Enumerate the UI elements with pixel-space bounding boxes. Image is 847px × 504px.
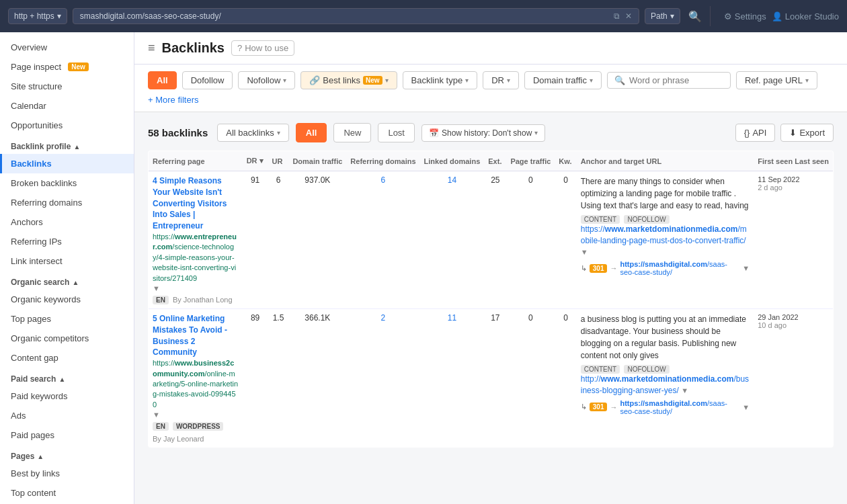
sidebar-item-anchors[interactable]: Anchors xyxy=(0,212,134,232)
export-icon: ⬇ xyxy=(789,128,797,138)
domain-traffic-cell-1: 937.0K xyxy=(288,171,346,309)
close-icon[interactable]: ✕ xyxy=(625,11,632,21)
backlink-profile-caret: ▲ xyxy=(73,143,80,151)
api-icon: {} xyxy=(744,128,750,138)
filter-nofollow-button[interactable]: Nofollow ▾ xyxy=(238,71,295,89)
filter-best-links-button[interactable]: 🔗 Best links New ▾ xyxy=(300,71,397,89)
search-input[interactable] xyxy=(629,75,723,85)
filter-backlink-type-button[interactable]: Backlink type ▾ xyxy=(403,71,478,89)
ref-page-url-button[interactable]: Ref. page URL ▾ xyxy=(736,71,817,89)
page-traffic-cell-1: 0 xyxy=(506,171,555,309)
filter-all-button[interactable]: All xyxy=(148,71,177,89)
sidebar-item-top-content[interactable]: Top content xyxy=(0,483,134,503)
sidebar-section-pages[interactable]: Pages ▲ xyxy=(0,445,134,464)
sidebar-item-ads[interactable]: Ads xyxy=(0,406,134,425)
looker-studio-link[interactable]: 👤 Looker Studio xyxy=(772,11,839,22)
sidebar-item-organic-competitors[interactable]: Organic competitors xyxy=(0,329,134,348)
sidebar-section-organic-search[interactable]: Organic search ▲ xyxy=(0,271,134,290)
linked-domains-value-1[interactable]: 14 xyxy=(448,175,456,185)
domain-traffic-arrow: ▾ xyxy=(590,77,593,84)
ur-value-1: 6 xyxy=(276,175,281,185)
sidebar-item-best-by-links[interactable]: Best by links xyxy=(0,464,134,483)
hamburger-icon[interactable]: ≡ xyxy=(148,41,155,55)
divider xyxy=(710,6,711,26)
th-dates: First seen Last seen xyxy=(754,151,833,171)
all-backlinks-button[interactable]: All backlinks ▾ xyxy=(217,124,289,142)
external-link-icon[interactable]: ⧉ xyxy=(614,11,620,21)
anchor-cell-1: There are many things to consider when o… xyxy=(577,171,754,309)
table-header-row: Referring page DR ▾ UR Domain traffic Re xyxy=(149,151,834,171)
sidebar-item-backlinks[interactable]: Backlinks xyxy=(0,154,134,173)
domain-traffic-cell-2: 366.1K xyxy=(288,308,346,447)
protocol-selector[interactable]: http + https ▾ xyxy=(8,8,67,24)
path-selector[interactable]: Path ▾ xyxy=(645,8,680,24)
calendar-label: Calendar xyxy=(11,101,46,111)
anchor-expand-2[interactable]: ▼ xyxy=(681,386,688,394)
sidebar-item-overview[interactable]: Overview xyxy=(0,38,134,57)
show-history-button[interactable]: 📅 Show history: Don't show ▾ xyxy=(421,124,545,142)
referring-title-1[interactable]: 4 Simple Reasons Your Website Isn't Conv… xyxy=(153,176,227,230)
sidebar-section-backlink-profile[interactable]: Backlink profile ▲ xyxy=(0,135,134,154)
referring-title-2[interactable]: 5 Online Marketing Mistakes To Avoid - B… xyxy=(153,314,227,357)
redirect-expand-1[interactable]: ▼ xyxy=(742,264,750,272)
sidebar-item-paid-keywords[interactable]: Paid keywords xyxy=(0,386,134,406)
tab-lost-button[interactable]: Lost xyxy=(378,123,415,142)
sidebar-item-organic-keywords[interactable]: Organic keywords xyxy=(0,290,134,309)
redirect-arrow-1: → xyxy=(610,264,617,272)
sidebar-item-opportunities[interactable]: Opportunities xyxy=(0,116,134,135)
sidebar-item-link-intersect[interactable]: Link intersect xyxy=(0,251,134,271)
first-seen-2: 29 Jan 2022 xyxy=(758,313,829,321)
sidebar-item-calendar[interactable]: Calendar xyxy=(0,96,134,116)
ref-domains-value-2[interactable]: 2 xyxy=(381,313,386,323)
settings-button[interactable]: ⚙ Settings xyxy=(724,11,766,22)
anchor-text-1: There are many things to consider when o… xyxy=(581,175,750,212)
dr-value-2: 89 xyxy=(251,313,259,323)
dr-cell-2: 89 xyxy=(243,308,268,447)
export-button[interactable]: ⬇ Export xyxy=(780,124,834,142)
filter-all-label: All xyxy=(157,75,168,85)
filter-domain-traffic-button[interactable]: Domain traffic ▾ xyxy=(524,71,602,89)
th-referring-domains: Referring domains xyxy=(346,151,419,171)
api-button[interactable]: {} API xyxy=(735,124,776,142)
sidebar-item-page-inspect[interactable]: Page inspect New xyxy=(0,57,134,77)
th-dr[interactable]: DR ▾ xyxy=(243,151,268,171)
sidebar-item-site-structure[interactable]: Site structure xyxy=(0,77,134,96)
page-inspect-label: Page inspect xyxy=(11,62,61,72)
th-referring-page: Referring page xyxy=(149,151,243,171)
backlinks-table: Referring page DR ▾ UR Domain traffic Re xyxy=(148,151,834,448)
redirect-url-2[interactable]: https://smashdigital.com/saas-seo-case-s… xyxy=(620,399,739,415)
table-row: 5 Online Marketing Mistakes To Avoid - B… xyxy=(149,308,834,447)
sidebar-item-referring-domains[interactable]: Referring domains xyxy=(0,193,134,212)
sidebar-section-paid-search[interactable]: Paid search ▲ xyxy=(0,368,134,386)
calendar-icon: 📅 xyxy=(429,128,439,138)
anchor-expand-1[interactable]: ▼ xyxy=(581,248,588,256)
organic-competitors-label: Organic competitors xyxy=(11,333,89,343)
ref-domains-value-1[interactable]: 6 xyxy=(381,175,386,185)
linked-domains-value-2[interactable]: 11 xyxy=(448,313,456,323)
redirect-expand-2[interactable]: ▼ xyxy=(742,403,750,411)
first-seen-1: 11 Sep 2022 xyxy=(758,175,829,183)
help-button[interactable]: ? How to use xyxy=(231,40,294,56)
redirect-code-1: 301 xyxy=(590,264,608,273)
filter-dr-button[interactable]: DR ▾ xyxy=(483,71,519,89)
pages-caret: ▲ xyxy=(37,453,44,460)
redirect-url-1[interactable]: https://smashdigital.com/saas-seo-case-s… xyxy=(620,260,739,276)
tab-all-button[interactable]: All xyxy=(296,123,327,142)
expand-url-2[interactable]: ▼ xyxy=(153,411,160,419)
sidebar-item-referring-ips[interactable]: Referring IPs xyxy=(0,232,134,251)
sidebar-item-paid-pages[interactable]: Paid pages xyxy=(0,425,134,445)
more-filters-button[interactable]: + More filters xyxy=(148,95,199,105)
sidebar-item-top-pages[interactable]: Top pages xyxy=(0,309,134,329)
tab-new-button[interactable]: New xyxy=(333,123,371,142)
anchors-label: Anchors xyxy=(11,217,43,227)
kw-cell-1: 0 xyxy=(555,171,576,309)
expand-url-1[interactable]: ▼ xyxy=(153,284,160,292)
filter-dofollow-button[interactable]: Dofollow xyxy=(182,71,233,89)
sidebar-item-broken-backlinks[interactable]: Broken backlinks xyxy=(0,173,134,193)
search-icon[interactable]: 🔍 xyxy=(688,10,702,23)
url-bar[interactable]: smashdigital.com/saas-seo-case-study/ ⧉ … xyxy=(73,8,639,24)
filter-dofollow-label: Dofollow xyxy=(191,75,225,85)
sidebar-item-content-gap[interactable]: Content gap xyxy=(0,348,134,368)
referring-page-cell-2: 5 Online Marketing Mistakes To Avoid - B… xyxy=(149,308,243,447)
page-traffic-value-1: 0 xyxy=(528,175,533,185)
